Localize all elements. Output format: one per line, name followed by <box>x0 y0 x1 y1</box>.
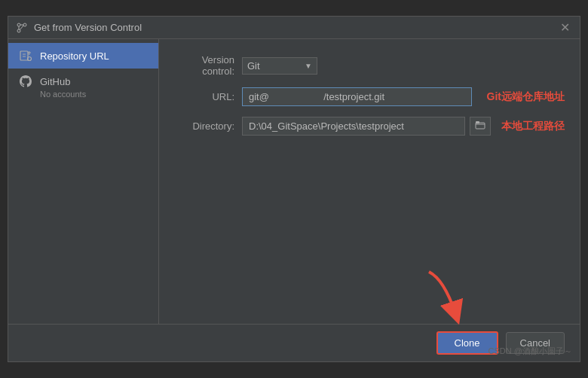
vcs-icon <box>16 22 28 34</box>
url-input-wrapper <box>242 87 472 106</box>
title-bar: Get from Version Control ✕ <box>8 17 580 39</box>
github-icon <box>19 75 32 88</box>
url-annotation: Git远端仓库地址 <box>487 90 565 104</box>
github-sub-label: No accounts <box>40 90 148 99</box>
url-label: URL: <box>174 91 234 102</box>
svg-point-0 <box>17 23 20 26</box>
directory-input[interactable] <box>242 117 465 136</box>
version-control-label: Version control: <box>174 54 234 77</box>
svg-point-1 <box>23 23 26 26</box>
dialog-footer: Clone Cancel CSDN @酒酿小圆子～ <box>8 324 580 361</box>
directory-label: Directory: <box>174 120 234 132</box>
select-arrow-icon: ▼ <box>305 62 312 70</box>
sidebar-item-github[interactable]: GitHub No accounts <box>8 69 158 105</box>
dialog: Get from Version Control ✕ Repo <box>8 16 580 362</box>
url-input[interactable] <box>242 87 472 106</box>
main-content: Version control: Git ▼ URL: Git远端仓库地址 D <box>159 39 580 324</box>
version-control-row: Version control: Git ▼ <box>174 54 565 77</box>
sidebar: Repository URL GitHub No accounts <box>8 39 159 324</box>
svg-rect-13 <box>476 121 479 123</box>
sidebar-item-label-repository-url: Repository URL <box>40 50 109 62</box>
github-item-top: GitHub <box>19 75 148 88</box>
browse-button[interactable] <box>470 117 491 136</box>
svg-rect-12 <box>476 123 485 129</box>
git-select-value: Git <box>247 60 260 72</box>
url-row: URL: Git远端仓库地址 <box>174 87 565 106</box>
svg-line-5 <box>20 26 23 30</box>
dialog-body: Repository URL GitHub No accounts <box>8 39 580 324</box>
sidebar-item-repository-url[interactable]: Repository URL <box>8 43 158 69</box>
directory-row: Directory: 本地工程路径 <box>174 117 565 136</box>
dialog-title: Get from Version Control <box>34 22 142 33</box>
title-bar-left: Get from Version Control <box>16 22 142 34</box>
version-control-select[interactable]: Git ▼ <box>242 57 317 75</box>
close-button[interactable]: ✕ <box>557 20 572 35</box>
git-select[interactable]: Git ▼ <box>242 57 317 75</box>
dir-input-wrapper <box>242 117 491 136</box>
repo-icon <box>19 49 32 62</box>
dir-annotation: 本地工程路径 <box>501 120 565 133</box>
watermark: CSDN @酒酿小圆子～ <box>488 346 572 357</box>
sidebar-item-label-github: GitHub <box>40 76 70 87</box>
svg-rect-6 <box>20 51 28 60</box>
